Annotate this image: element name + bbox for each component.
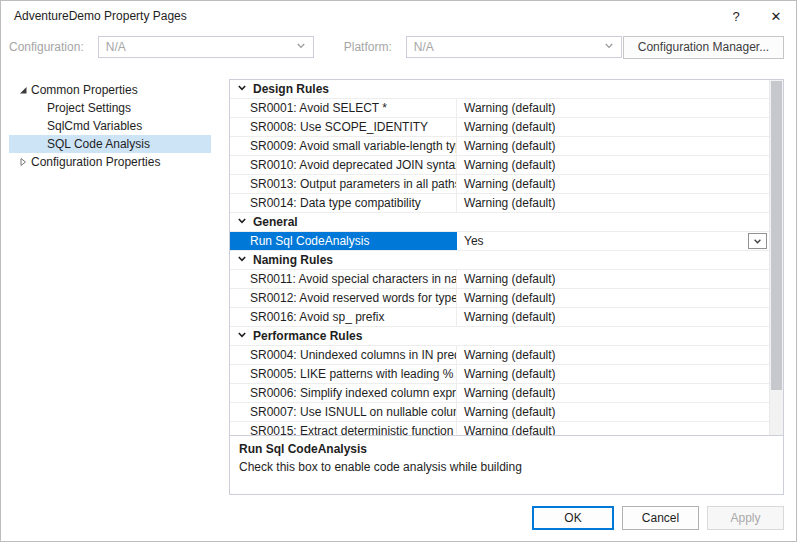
tree-collapsed-icon[interactable] [15, 157, 31, 167]
property-value-text: Warning (default) [464, 196, 556, 210]
description-panel: Run Sql CodeAnalysis Check this box to e… [229, 435, 784, 495]
property-value-text: Warning (default) [464, 101, 556, 115]
ok-button[interactable]: OK [532, 506, 614, 530]
window-title: AdventureDemo Property Pages [14, 9, 187, 23]
property-row-sr0012[interactable]: SR0012: Avoid reserved words for type nW… [230, 289, 769, 308]
property-value: Warning (default) [457, 346, 769, 364]
property-value: Warning (default) [457, 365, 769, 383]
group-header-general[interactable]: General [230, 213, 769, 232]
property-value-text: Warning (default) [464, 291, 556, 305]
property-value: Warning (default) [457, 194, 769, 212]
property-row-sr0004[interactable]: SR0004: Unindexed columns in IN predicWa… [230, 346, 769, 365]
platform-value: N/A [414, 40, 434, 54]
category-tree: Common PropertiesProject SettingsSqlCmd … [9, 79, 211, 495]
property-row-sr0014[interactable]: SR0014: Data type compatibilityWarning (… [230, 194, 769, 213]
property-name: SR0007: Use ISNULL on nullable column [230, 403, 457, 421]
chevron-down-icon [237, 253, 247, 267]
chevron-down-icon [296, 40, 306, 54]
platform-label: Platform: [344, 40, 392, 54]
chevron-down-icon [237, 215, 247, 229]
property-value[interactable]: Yes [457, 232, 769, 250]
property-name: SR0008: Use SCOPE_IDENTITY [230, 118, 457, 136]
property-value-text: Warning (default) [464, 177, 556, 191]
right-panel: Design RulesSR0001: Avoid SELECT *Warnin… [229, 79, 784, 495]
property-value: Warning (default) [457, 289, 769, 307]
property-name: SR0005: LIKE patterns with leading % [230, 365, 457, 383]
chevron-down-icon [237, 82, 247, 96]
property-row-sr0010[interactable]: SR0010: Avoid deprecated JOIN syntaxWarn… [230, 156, 769, 175]
sidebar-item-sql-code-analysis[interactable]: SQL Code Analysis [9, 135, 211, 153]
property-row-sr0008[interactable]: SR0008: Use SCOPE_IDENTITYWarning (defau… [230, 118, 769, 137]
property-value: Warning (default) [457, 137, 769, 155]
property-value: Warning (default) [457, 99, 769, 117]
property-value: Warning (default) [457, 308, 769, 326]
footer-bar: OK Cancel Apply [1, 495, 796, 541]
property-value-text: Warning (default) [464, 405, 556, 419]
property-name: SR0014: Data type compatibility [230, 194, 457, 212]
property-name: SR0011: Avoid special characters in nam [230, 270, 457, 288]
scrollbar-thumb[interactable] [771, 81, 782, 390]
titlebar-buttons: ? ✕ [716, 1, 796, 31]
close-button[interactable]: ✕ [756, 1, 796, 31]
sidebar-item-label: Common Properties [31, 83, 138, 97]
property-row-sr0005[interactable]: SR0005: LIKE patterns with leading %Warn… [230, 365, 769, 384]
property-value: Warning (default) [457, 270, 769, 288]
property-row-sr0013[interactable]: SR0013: Output parameters in all pathsWa… [230, 175, 769, 194]
group-name: Performance Rules [253, 329, 362, 343]
sidebar-item-label: Project Settings [47, 101, 131, 115]
property-row-sr0009[interactable]: SR0009: Avoid small variable-length typW… [230, 137, 769, 156]
configuration-manager-button[interactable]: Configuration Manager... [623, 36, 784, 59]
title-bar: AdventureDemo Property Pages ? ✕ [1, 1, 796, 31]
property-value-text: Warning (default) [464, 139, 556, 153]
property-name: SR0012: Avoid reserved words for type n [230, 289, 457, 307]
property-name: SR0015: Extract deterministic function c… [230, 422, 457, 436]
vertical-scrollbar[interactable] [769, 80, 783, 435]
property-row-sr0016[interactable]: SR0016: Avoid sp_ prefixWarning (default… [230, 308, 769, 327]
tree-expanded-icon[interactable] [15, 85, 31, 95]
group-name: General [253, 215, 298, 229]
sidebar-item-configuration-properties[interactable]: Configuration Properties [9, 153, 211, 171]
sidebar-item-sqlcmd-variables[interactable]: SqlCmd Variables [9, 117, 211, 135]
property-value: Warning (default) [457, 118, 769, 136]
group-header-design-rules[interactable]: Design Rules [230, 80, 769, 99]
property-value-text: Warning (default) [464, 348, 556, 362]
sidebar-item-common-properties[interactable]: Common Properties [9, 81, 211, 99]
group-header-performance-rules[interactable]: Performance Rules [230, 327, 769, 346]
property-grid-rows: Design RulesSR0001: Avoid SELECT *Warnin… [230, 80, 769, 436]
cancel-button[interactable]: Cancel [622, 506, 699, 530]
property-name: SR0006: Simplify indexed column expres [230, 384, 457, 402]
property-name: SR0009: Avoid small variable-length typ [230, 137, 457, 155]
value-dropdown-button[interactable] [748, 233, 767, 249]
property-name: SR0016: Avoid sp_ prefix [230, 308, 457, 326]
property-row-sr0006[interactable]: SR0006: Simplify indexed column expresWa… [230, 384, 769, 403]
property-row-sr0007[interactable]: SR0007: Use ISNULL on nullable columnWar… [230, 403, 769, 422]
property-row-sr0011[interactable]: SR0011: Avoid special characters in namW… [230, 270, 769, 289]
property-value: Warning (default) [457, 175, 769, 193]
property-name: SR0013: Output parameters in all paths [230, 175, 457, 193]
property-value: Warning (default) [457, 403, 769, 421]
property-value-text: Warning (default) [464, 367, 556, 381]
configuration-select[interactable]: N/A [98, 36, 314, 58]
apply-button[interactable]: Apply [707, 506, 784, 530]
sidebar-item-label: SqlCmd Variables [47, 119, 142, 133]
property-name: Run Sql CodeAnalysis [230, 232, 457, 250]
property-value: Warning (default) [457, 156, 769, 174]
property-row-run-sql-codeanalysis[interactable]: Run Sql CodeAnalysisYes [230, 232, 769, 251]
configuration-label: Configuration: [9, 40, 84, 54]
property-row-sr0001[interactable]: SR0001: Avoid SELECT *Warning (default) [230, 99, 769, 118]
configuration-value: N/A [106, 40, 126, 54]
chevron-down-icon [604, 40, 614, 54]
property-name: SR0001: Avoid SELECT * [230, 99, 457, 117]
main-area: Common PropertiesProject SettingsSqlCmd … [1, 73, 796, 495]
property-row-sr0015[interactable]: SR0015: Extract deterministic function c… [230, 422, 769, 436]
sidebar-item-label: Configuration Properties [31, 155, 160, 169]
description-text: Check this box to enable code analysis w… [239, 460, 774, 474]
sidebar-item-project-settings[interactable]: Project Settings [9, 99, 211, 117]
platform-select[interactable]: N/A [406, 36, 622, 58]
help-button[interactable]: ? [716, 1, 756, 31]
property-value-text: Warning (default) [464, 272, 556, 286]
property-name: SR0004: Unindexed columns in IN predic [230, 346, 457, 364]
group-header-naming-rules[interactable]: Naming Rules [230, 251, 769, 270]
property-value-text: Warning (default) [464, 386, 556, 400]
property-value: Warning (default) [457, 384, 769, 402]
